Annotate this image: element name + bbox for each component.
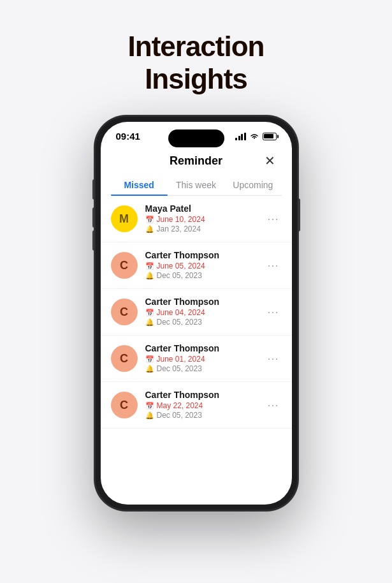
reminder-date-red: June 01, 2024	[157, 355, 205, 364]
reminder-date-red-row: 📅 June 10, 2024	[145, 215, 258, 224]
reminder-date-red: May 22, 2024	[157, 401, 203, 410]
reminder-name: Carter Thompson	[145, 343, 258, 353]
page-title: Interaction Insights	[128, 31, 265, 95]
reminder-item: C Carter Thompson 📅 June 05, 2024 🔔 Dec …	[101, 242, 292, 289]
reminder-item: C Carter Thompson 📅 May 22, 2024 🔔 Dec 0…	[101, 382, 292, 429]
more-options-button[interactable]: ···	[265, 210, 281, 228]
reminder-date-gray-row: 🔔 Dec 05, 2023	[145, 271, 258, 280]
reminder-date-red-row: 📅 June 01, 2024	[145, 355, 258, 364]
app-header-title: Reminder	[170, 154, 222, 168]
avatar: C	[111, 392, 138, 418]
calendar-icon: 📅	[145, 402, 154, 410]
clock-icon: 🔔	[145, 272, 154, 280]
reminder-date-gray-row: 🔔 Jan 23, 2024	[145, 225, 258, 233]
reminder-date-red-row: 📅 June 04, 2024	[145, 308, 258, 317]
reminder-info: Carter Thompson 📅 June 04, 2024 🔔 Dec 05…	[145, 297, 258, 327]
more-options-button[interactable]: ···	[265, 303, 281, 321]
more-options-button[interactable]: ···	[265, 350, 281, 368]
reminder-date-gray: Dec 05, 2023	[157, 411, 202, 420]
reminder-date-red: June 04, 2024	[157, 308, 205, 317]
reminder-date-red-row: 📅 June 05, 2024	[145, 262, 258, 270]
calendar-icon: 📅	[145, 355, 154, 364]
reminder-info: Carter Thompson 📅 June 05, 2024 🔔 Dec 05…	[145, 250, 258, 281]
clock-icon: 🔔	[145, 318, 154, 327]
phone-mockup: 09:41	[94, 115, 298, 511]
reminder-name: Carter Thompson	[145, 390, 258, 400]
reminder-date-red: June 10, 2024	[157, 215, 205, 224]
reminder-info: Maya Patel 📅 June 10, 2024 🔔 Jan 23, 202…	[145, 203, 258, 234]
reminder-date-gray: Dec 05, 2023	[157, 271, 202, 280]
reminder-date-gray: Jan 23, 2024	[157, 225, 201, 233]
signal-icon	[235, 133, 246, 140]
reminder-date-gray-row: 🔔 Dec 05, 2023	[145, 411, 258, 420]
clock-icon: 🔔	[145, 365, 154, 373]
calendar-icon: 📅	[145, 309, 154, 317]
status-icons	[235, 133, 277, 140]
avatar: M	[111, 205, 138, 232]
avatar: C	[111, 345, 138, 372]
tab-upcoming[interactable]: Upcoming	[224, 175, 281, 195]
reminder-name: Carter Thompson	[145, 250, 258, 260]
calendar-icon: 📅	[145, 216, 154, 224]
reminder-name: Carter Thompson	[145, 297, 258, 307]
avatar: C	[111, 252, 138, 279]
more-options-button[interactable]: ···	[265, 256, 281, 275]
reminder-date-gray-row: 🔔 Dec 05, 2023	[145, 318, 258, 327]
reminder-date-red: June 05, 2024	[157, 262, 205, 270]
close-button[interactable]: ✕	[261, 152, 279, 170]
status-time: 09:41	[116, 131, 140, 142]
reminder-item: M Maya Patel 📅 June 10, 2024 🔔 Jan 23, 2…	[101, 196, 292, 242]
app-header: Reminder ✕	[101, 144, 292, 175]
reminder-name: Maya Patel	[145, 203, 258, 214]
reminder-date-red-row: 📅 May 22, 2024	[145, 401, 258, 410]
dynamic-island	[168, 129, 224, 147]
reminder-item: C Carter Thompson 📅 June 01, 2024 🔔 Dec …	[101, 336, 292, 382]
avatar: C	[111, 299, 138, 325]
reminder-date-gray: Dec 05, 2023	[157, 318, 202, 327]
reminder-item: C Carter Thompson 📅 June 04, 2024 🔔 Dec …	[101, 289, 292, 336]
calendar-icon: 📅	[145, 262, 154, 270]
reminder-list: M Maya Patel 📅 June 10, 2024 🔔 Jan 23, 2…	[101, 196, 292, 505]
more-options-button[interactable]: ···	[265, 396, 281, 415]
wifi-icon	[249, 133, 259, 140]
reminder-info: Carter Thompson 📅 May 22, 2024 🔔 Dec 05,…	[145, 390, 258, 420]
clock-icon: 🔔	[145, 411, 154, 420]
reminder-info: Carter Thompson 📅 June 01, 2024 🔔 Dec 05…	[145, 343, 258, 374]
reminder-date-gray-row: 🔔 Dec 05, 2023	[145, 364, 258, 373]
tabs-bar: Missed This week Upcoming	[111, 175, 282, 196]
phone-screen: 09:41	[101, 122, 292, 505]
tab-thisweek[interactable]: This week	[168, 175, 224, 195]
reminder-date-gray: Dec 05, 2023	[157, 364, 202, 373]
clock-icon: 🔔	[145, 225, 154, 233]
tab-missed[interactable]: Missed	[111, 175, 168, 195]
battery-icon	[263, 133, 277, 140]
